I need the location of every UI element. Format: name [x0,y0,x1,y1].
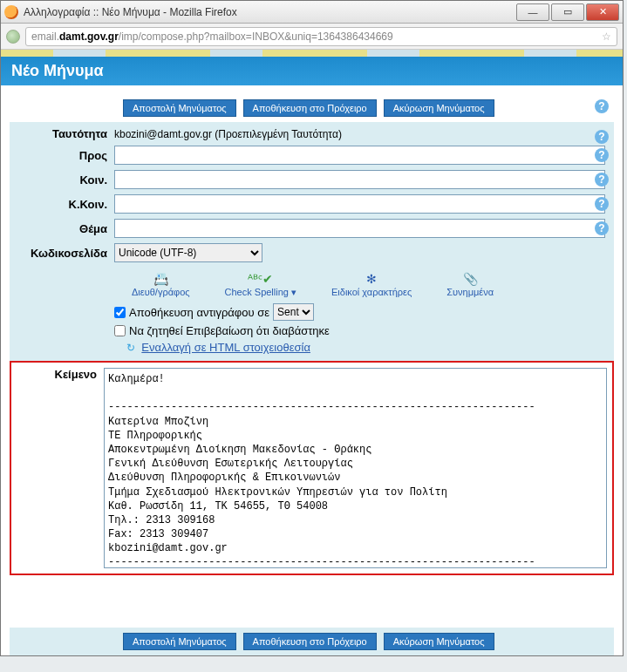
spacer [10,575,614,628]
message-body-area: Κείμενο [10,361,614,575]
url-host: damt.gov.gr [59,31,119,43]
paperclip-icon: 📎 [463,271,478,287]
save-draft-button[interactable]: Αποθήκευση στο Πρόχειρο [243,633,377,650]
spellcheck-icon: ᴬᴮᶜ✔ [248,271,273,287]
window-title: Αλληλογραφία :: Νέο Μήνυμα - Mozilla Fir… [24,6,237,18]
content-area: Αποστολή Μηνύματος Αποθήκευση στο Πρόχει… [1,85,623,655]
bcc-label: Κ.Κοιν. [18,198,114,211]
save-copy-checkbox[interactable] [114,307,126,318]
identity-row: Ταυτότητα kbozini@damt.gov.gr (Προεπιλεγ… [18,127,605,140]
help-icon[interactable]: ? [595,221,609,235]
refresh-icon: ↻ [126,342,135,354]
address-bar[interactable]: email. damt.gov.gr /imp/compose.php?mail… [25,27,617,46]
save-copy-row: Αποθήκευση αντιγράφου σε Sent [114,302,605,322]
compose-form: Ταυτότητα kbozini@damt.gov.gr (Προεπιλεγ… [10,122,614,361]
maximize-button[interactable]: ▭ [551,3,584,21]
identity-label: Ταυτότητα [18,127,114,140]
read-receipt-checkbox[interactable] [114,325,126,336]
window-controls: — ▭ ✕ [516,3,619,21]
special-chars-label: Ειδικοί χαρακτήρες [331,287,412,297]
bcc-row: Κ.Κοιν. ? [18,194,605,214]
save-draft-button[interactable]: Αποθήκευση στο Πρόχειρο [243,99,377,117]
address-bar-row: email. damt.gov.gr /imp/compose.php?mail… [1,24,623,50]
encoding-select[interactable]: Unicode (UTF-8) [114,243,262,262]
titlebar: Αλληλογραφία :: Νέο Μήνυμα - Mozilla Fir… [1,1,623,24]
message-body-textarea[interactable] [104,368,607,568]
top-button-row: Αποστολή Μηνύματος Αποθήκευση στο Πρόχει… [10,94,614,122]
help-icon[interactable]: ? [595,148,609,162]
addressbook-label: Διευθ/γράφος [132,287,190,297]
compose-toolbar: 📇 Διευθ/γράφος ᴬᴮᶜ✔ Check Spelling ▾ ✻ Ε… [18,268,605,302]
url-path: /imp/compose.php?mailbox=INBOX&uniq=1364… [119,31,393,43]
persona-stripe [1,50,623,57]
cc-label: Κοιν. [18,173,114,187]
url-prefix: email. [31,31,59,43]
to-input[interactable] [114,146,605,165]
save-copy-label: Αποθήκευση αντιγράφου σε [129,306,269,319]
save-folder-select[interactable]: Sent [273,303,314,321]
addressbook-tool[interactable]: 📇 Διευθ/γράφος [132,271,190,298]
browser-window: Αλληλογραφία :: Νέο Μήνυμα - Mozilla Fir… [0,0,624,656]
subject-input[interactable] [114,219,605,238]
to-label: Προς [18,149,114,162]
spellcheck-tool[interactable]: ᴬᴮᶜ✔ Check Spelling ▾ [225,271,296,298]
minimize-button[interactable]: — [516,3,549,21]
special-chars-icon: ✻ [366,271,377,287]
read-receipt-row: Να ζητηθεί Επιβεβαίωση ότι διαβάστηκε [114,322,605,339]
body-label: Κείμενο [17,368,104,568]
attachments-label: Συνημμένα [446,287,494,297]
cancel-button[interactable]: Ακύρωση Μηνύματος [384,633,494,650]
dropdown-icon: ▾ [289,287,296,297]
bcc-input[interactable] [114,194,605,214]
firefox-icon [4,5,18,19]
html-toggle-link[interactable]: Εναλλαγή σε HTML στοιχειοθεσία [141,341,310,354]
identity-value: kbozini@damt.gov.gr (Προεπιλεγμένη Ταυτό… [114,128,605,140]
encoding-label: Κωδικοσελίδα [18,247,114,260]
html-toggle-row: ↻ Εναλλαγή σε HTML στοιχειοθεσία [126,339,605,356]
addressbook-icon: 📇 [153,271,168,287]
to-row: Προς ? [18,146,605,165]
help-icon[interactable]: ? [595,197,609,211]
cc-input[interactable] [114,170,605,189]
bottom-button-row: Αποστολή Μηνύματος Αποθήκευση στο Πρόχει… [10,628,614,655]
cc-row: Κοιν. ? [18,170,605,189]
subject-row: Θέμα ? [18,219,605,238]
special-chars-tool[interactable]: ✻ Ειδικοί χαρακτήρες [331,271,412,298]
cancel-button[interactable]: Ακύρωση Μηνύματος [384,99,494,117]
send-button[interactable]: Αποστολή Μηνύματος [123,633,236,650]
page-title: Νέο Μήνυμα [1,57,623,85]
encoding-row: Κωδικοσελίδα Unicode (UTF-8) [18,243,605,262]
help-icon[interactable]: ? [595,99,609,113]
attachments-tool[interactable]: 📎 Συνημμένα [446,271,494,298]
site-identity-icon[interactable] [6,30,20,44]
spellcheck-label: Check Spelling [225,287,289,297]
close-button[interactable]: ✕ [586,3,619,21]
help-icon[interactable]: ? [595,173,609,187]
bookmark-star-icon[interactable]: ☆ [602,31,611,43]
send-button[interactable]: Αποστολή Μηνύματος [123,99,236,117]
subject-label: Θέμα [18,222,114,235]
help-icon[interactable]: ? [595,130,609,144]
read-receipt-label: Να ζητηθεί Επιβεβαίωση ότι διαβάστηκε [129,324,330,337]
